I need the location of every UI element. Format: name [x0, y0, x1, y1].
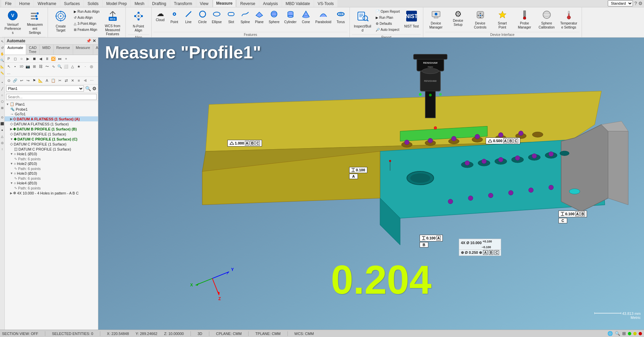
plane-button[interactable]: Plane	[253, 9, 266, 25]
tb-p-btn[interactable]: P	[6, 56, 12, 62]
tab-vstools[interactable]: VS-Tools	[314, 0, 337, 7]
lt-sphere-icon[interactable]: ●	[0, 127, 5, 133]
tb-point-btn[interactable]: •	[12, 63, 18, 69]
tb-circle-btn[interactable]: ○	[18, 56, 24, 62]
tb-more2-btn[interactable]: ⋯	[89, 77, 95, 83]
tb-meas-btn[interactable]: 📐	[38, 77, 44, 83]
tb-flag-btn[interactable]: ⚑	[31, 77, 37, 83]
tb-wave-btn[interactable]: ∿	[50, 63, 56, 69]
lt-arrow-icon[interactable]: ↑	[0, 146, 5, 152]
tb-play-btn[interactable]: ▶	[25, 56, 31, 62]
tree-datum-a-flat-a[interactable]: ▶ ◇DATUM A FLATNESS (1 Surface) (A)	[5, 116, 98, 121]
tree-probe1[interactable]: 🔩Probe1	[5, 107, 98, 112]
tb-cross-btn[interactable]: ✕	[69, 77, 75, 83]
tree-datum-c-sub[interactable]: ◫DATUM C PROFILE (1 Surface)	[5, 147, 98, 152]
lt-measure-icon[interactable]: 📐	[0, 64, 5, 70]
tree-area[interactable]: ▼ 📋Plan1 🔩Probe1 →GoTo1 ▶ ◇DATUM A FLATN…	[5, 101, 98, 330]
tb-shuffle-btn[interactable]: 🔀	[50, 56, 56, 62]
tab-transform[interactable]: Transform	[170, 0, 196, 7]
tb-arrow-btn[interactable]: ↖	[6, 63, 12, 69]
tab-modelprep[interactable]: Model Prep	[103, 0, 130, 7]
tree-4holes[interactable]: ▶ ⊕4X 10.000 - 4 Holes in pattern - A B …	[5, 190, 98, 195]
tb-box-btn[interactable]: ⬜	[63, 63, 69, 69]
tab-surfaces[interactable]: Surfaces	[60, 0, 84, 7]
tb-redo-btn[interactable]: ↪	[25, 77, 31, 83]
tree-plan1[interactable]: ▼ 📋Plan1	[5, 102, 98, 107]
tab-view[interactable]: View	[196, 0, 212, 7]
tab-measure[interactable]: Measure	[213, 0, 236, 7]
temperature-settings-button[interactable]: Temperature Settings	[558, 9, 580, 31]
tb-stop-btn[interactable]: ⏹	[31, 56, 37, 62]
zoom-icon[interactable]: 🔍	[615, 331, 620, 336]
tree-search-input[interactable]	[6, 94, 97, 100]
sphere-button[interactable]: Sphere	[267, 9, 281, 25]
lt-cone2-icon[interactable]: △	[0, 133, 5, 139]
tb-list-btn[interactable]: ≡	[76, 77, 82, 83]
device-manager-button[interactable]: Device Manager	[425, 9, 447, 31]
tree-datum-b-prof-b[interactable]: ▶ ◆DATUM B PROFILE (1 Surface) (B)	[5, 126, 98, 131]
tb-text-btn[interactable]: A	[44, 77, 50, 83]
tb-pause-btn[interactable]: ⏸	[44, 56, 50, 62]
panel-pin-icon[interactable]: 📌	[86, 39, 91, 43]
lt-polygon-icon[interactable]: ⬡	[0, 99, 5, 105]
standard-select[interactable]: Standard	[608, 0, 633, 6]
plan-dropdown[interactable]: Plan1	[6, 86, 84, 92]
tb-link-btn[interactable]: 🔗	[12, 77, 18, 83]
tab-wireframe[interactable]: Wireframe	[34, 0, 60, 7]
cone-button[interactable]: Cone	[299, 9, 313, 25]
lt-torus2-icon[interactable]: ◎	[0, 140, 5, 146]
run-plan-button[interactable]: ▶ Run Plan	[374, 15, 401, 20]
tb-scissors-btn[interactable]: ✂	[57, 77, 63, 83]
tree-hole4-path[interactable]: ∿Path: 6 points	[5, 185, 98, 190]
tb-circ2-btn[interactable]: ◎	[89, 63, 95, 69]
lt-view1-icon[interactable]: ⊙	[0, 114, 5, 120]
nist-test-button[interactable]: NIST NIST Test	[402, 9, 421, 30]
tab-reverse-panel[interactable]: Reverse	[54, 45, 73, 55]
tree-datum-c-prof[interactable]: ◇DATUM C PROFILE (1 Surface)	[5, 142, 98, 147]
tb-cam-btn[interactable]: 📷	[25, 63, 31, 69]
settings-icon[interactable]: ⚙	[638, 1, 643, 6]
auto-inspect-button[interactable]: 🔎 Auto Inspect	[374, 27, 401, 33]
slot-button[interactable]: Slot	[224, 9, 238, 25]
lt-zoom-icon[interactable]: 🔍	[0, 57, 5, 63]
tab-measure-panel[interactable]: Measure	[73, 45, 93, 55]
panel-close-icon[interactable]: ✕	[93, 39, 96, 43]
probe-manager-button[interactable]: Probe Manager	[514, 9, 535, 31]
measurement-settings-button[interactable]: Measurement Settings	[24, 9, 46, 36]
tab-file[interactable]: File	[1, 0, 15, 7]
tb-back-btn[interactable]: ◀	[38, 56, 44, 62]
tb-arrows-btn[interactable]: ⇄	[63, 77, 69, 83]
tb-dot-btn[interactable]: ·	[82, 63, 88, 69]
tree-datum-a-flat[interactable]: ◇DATUM A FLATNESS (1 Surface)	[5, 121, 98, 126]
tb-skip-btn[interactable]: ⏭	[57, 56, 63, 62]
expand-plan1[interactable]: ▼	[6, 103, 9, 106]
tab-automate[interactable]: Automate	[5, 45, 26, 55]
help-icon[interactable]: ?	[634, 1, 637, 6]
tb-chain-btn[interactable]: ⛓	[38, 63, 44, 69]
tree-goto1[interactable]: →GoTo1	[5, 112, 98, 116]
lt-view2-icon[interactable]: ⬛	[0, 121, 5, 127]
auto-align-button[interactable]: ↺ Auto Align	[72, 15, 101, 20]
lt-circle-icon[interactable]: ○	[0, 92, 5, 98]
feature-align-button[interactable]: ⊞ Feature Align	[72, 27, 101, 33]
tb-sq-btn[interactable]: ◻	[12, 56, 18, 62]
zoom-fit-icon[interactable]: ⊞	[622, 331, 626, 336]
device-controls-button[interactable]: Device Controls	[470, 9, 491, 31]
device-setup-button[interactable]: ⚙ Device Setup	[447, 9, 469, 28]
ellipse-button[interactable]: Ellipse	[210, 9, 224, 25]
open-report-button[interactable]: 📄 Open Report	[374, 9, 401, 14]
tree-hole2-path[interactable]: ∿Path: 6 points	[5, 166, 98, 171]
tb-zoom-btn[interactable]: 🔍	[57, 63, 63, 69]
tab-cadtree[interactable]: CAD Tree	[26, 45, 40, 55]
search-plan-icon[interactable]: 🔍	[85, 86, 91, 91]
point-button[interactable]: Point	[168, 9, 181, 25]
tree-hole1-path[interactable]: ∿Path: 6 points	[5, 156, 98, 161]
lt-pan-icon[interactable]: ✋	[0, 51, 5, 57]
paraboloid-button[interactable]: Paraboloid	[313, 9, 333, 25]
tab-mbd[interactable]: MBD	[40, 45, 53, 55]
smart-point-button[interactable]: Smart Point	[492, 9, 513, 31]
tb-curve-btn[interactable]: 〜	[44, 63, 50, 69]
tb-grid-btn[interactable]: ⊞	[31, 63, 37, 69]
tb-more-btn[interactable]: …	[6, 70, 12, 76]
create-target-button[interactable]: Create Target	[50, 9, 71, 34]
